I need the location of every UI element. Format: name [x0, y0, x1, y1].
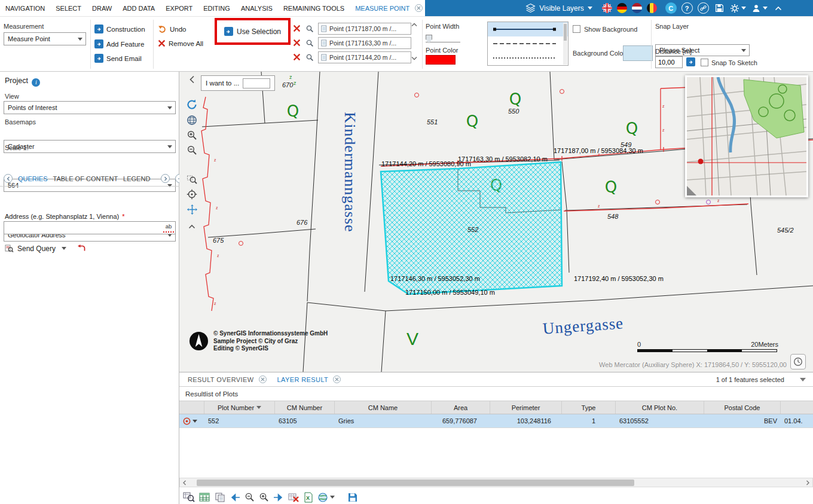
line-style-dashed[interactable] — [488, 36, 568, 51]
next-result-icon[interactable] — [273, 493, 284, 502]
col-perimeter[interactable]: Perimeter — [490, 401, 562, 414]
background-color-swatch[interactable] — [623, 45, 653, 61]
scroll-tabs-left-icon[interactable] — [4, 174, 13, 183]
apply-distance-icon[interactable] — [686, 57, 695, 66]
tab-navigation[interactable]: NAVIGATION — [0, 0, 50, 17]
tab-add-data[interactable]: ADD DATA — [117, 0, 160, 17]
line-style-solid[interactable] — [488, 22, 568, 36]
tab-remaining-tools[interactable]: REMAINING TOOLS — [278, 0, 350, 17]
save-project-icon[interactable] — [714, 2, 725, 14]
line-style-scrollbar[interactable] — [563, 23, 567, 65]
close-layer-result-icon[interactable] — [333, 375, 341, 383]
overview-map[interactable] — [685, 75, 808, 197]
tab-export[interactable]: EXPORT — [160, 0, 198, 17]
zoom-out-icon[interactable] — [187, 145, 197, 155]
tab-layer-result[interactable]: LAYER RESULT — [277, 376, 329, 383]
collapse-results-icon[interactable] — [800, 378, 806, 381]
tab-select[interactable]: SELECT — [50, 0, 87, 17]
spellcheck-button[interactable]: ab — [163, 223, 174, 233]
history-clock-button[interactable] — [790, 354, 806, 369]
scroll-points-up-icon[interactable] — [411, 23, 417, 27]
construction-button[interactable]: Construction — [94, 25, 145, 33]
snap-to-sketch-checkbox[interactable] — [701, 59, 708, 66]
undo-button[interactable]: Undo — [158, 25, 187, 33]
zoom-out-results-icon[interactable] — [244, 492, 255, 502]
settings-gear-icon[interactable] — [730, 4, 746, 13]
copy-results-icon[interactable] — [215, 492, 225, 503]
remove-results-icon[interactable] — [288, 492, 299, 503]
zoom-in-results-icon[interactable] — [259, 492, 269, 502]
add-results-to-map-icon[interactable] — [317, 492, 335, 503]
delete-point-3-icon[interactable] — [293, 53, 301, 61]
col-clipped[interactable] — [781, 401, 813, 414]
point-entry-1[interactable]: Point (1717187,00 m /... — [318, 23, 411, 35]
point-color-swatch[interactable] — [426, 55, 456, 65]
scroll-right-icon[interactable] — [806, 480, 810, 485]
zoom-rectangle-icon[interactable] — [187, 174, 197, 185]
send-query-button[interactable]: Send Query — [17, 245, 56, 253]
language-dutch-flag-icon[interactable] — [632, 3, 642, 13]
refresh-map-icon[interactable] — [186, 99, 198, 111]
globe-icon[interactable] — [187, 115, 197, 126]
scroll-left-icon[interactable] — [182, 480, 187, 485]
col-cm-number[interactable]: CM Number — [275, 401, 335, 414]
tab-draw[interactable]: DRAW — [87, 0, 117, 17]
show-table-icon[interactable] — [199, 492, 210, 503]
i-want-to-input[interactable] — [243, 78, 270, 88]
language-german-flag-icon[interactable] — [617, 3, 627, 13]
point-entry-3[interactable]: Point (1717144,20 m /... — [318, 51, 411, 63]
scroll-tabs-right-icon[interactable] — [161, 174, 170, 183]
close-tab-icon[interactable] — [415, 4, 423, 12]
tab-result-overview[interactable]: RESULT OVERVIEW — [188, 376, 254, 383]
col-area[interactable]: Area — [432, 401, 490, 414]
send-email-button[interactable]: Send Email — [94, 54, 142, 63]
project-info-icon[interactable]: i — [32, 78, 40, 87]
result-row-552[interactable]: 552 63105 Gries 659,776087 103,248116 1 … — [179, 414, 813, 428]
highlight-feature-icon[interactable] — [183, 417, 191, 425]
point-width-slider[interactable] — [426, 35, 461, 44]
collapse-sidebar-icon[interactable] — [189, 75, 195, 84]
chevron-down-icon[interactable] — [588, 7, 592, 10]
delete-point-1-icon[interactable] — [293, 25, 301, 32]
remove-all-button[interactable]: Remove All — [158, 39, 203, 47]
language-english-flag-icon[interactable] — [602, 3, 612, 13]
point-entry-2[interactable]: Point (1717163,30 m /... — [318, 37, 411, 49]
language-belgian-flag-icon[interactable] — [647, 3, 657, 13]
zoom-to-point-1-icon[interactable] — [305, 25, 314, 33]
scrollbar-thumb[interactable] — [197, 479, 634, 486]
row-menu-icon[interactable] — [192, 420, 197, 423]
col-postal-code[interactable]: Postal Code — [704, 401, 781, 414]
reset-query-icon[interactable] — [77, 245, 86, 252]
tab-analysis[interactable]: ANALYSIS — [236, 0, 278, 17]
user-account-icon[interactable] — [751, 4, 768, 13]
tab-measure-point[interactable]: MEASURE POINT — [350, 0, 415, 17]
collapse-ribbon-icon[interactable] — [775, 6, 782, 11]
col-type[interactable]: Type — [562, 401, 616, 414]
add-feature-button[interactable]: Add Feature — [94, 39, 144, 48]
line-style-dotted[interactable] — [488, 51, 568, 65]
previous-result-icon[interactable] — [230, 493, 240, 502]
center-map-icon[interactable] — [187, 189, 197, 200]
tab-queries[interactable]: QUERIES — [18, 175, 48, 182]
zoom-to-point-3-icon[interactable] — [305, 53, 314, 62]
col-plot-number[interactable]: Plot Number — [204, 401, 275, 414]
save-results-icon[interactable] — [347, 492, 358, 503]
visible-layers-dropdown[interactable]: Visible Layers — [539, 4, 583, 13]
tab-table-of-content[interactable]: TABLE OF CONTENT — [53, 175, 118, 182]
col-cm-plot-no[interactable]: CM Plot No. — [616, 401, 704, 414]
zoom-in-icon[interactable] — [187, 130, 197, 140]
show-background-checkbox[interactable] — [573, 25, 580, 33]
basemaps-select[interactable]: Cadaster — [4, 140, 176, 153]
distance-input[interactable] — [655, 56, 683, 68]
help-icon[interactable]: ? — [681, 2, 693, 14]
send-query-dropdown-icon[interactable] — [62, 247, 66, 250]
scroll-points-down-icon[interactable] — [411, 56, 417, 60]
collapse-toolbar-up-icon[interactable] — [188, 224, 195, 229]
zoom-to-results-icon[interactable] — [183, 491, 195, 503]
share-link-icon[interactable] — [698, 2, 709, 14]
copyright-info-icon[interactable]: C — [665, 2, 677, 14]
pan-icon[interactable] — [187, 204, 198, 215]
tab-editing[interactable]: EDITING — [198, 0, 236, 17]
results-horizontal-scrollbar[interactable] — [179, 478, 813, 487]
close-result-overview-icon[interactable] — [259, 375, 267, 383]
